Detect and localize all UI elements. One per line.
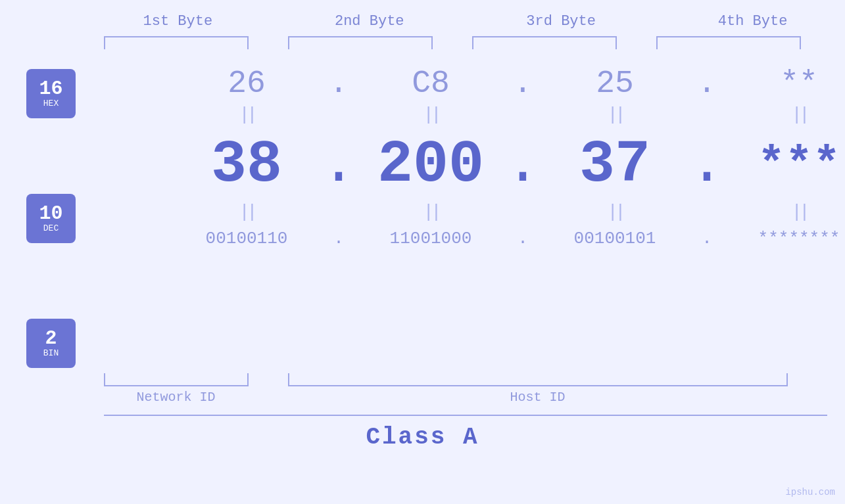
dec-b3: 37 <box>543 131 687 198</box>
equals-row-2: || || || || <box>174 202 845 222</box>
dec-badge-num: 10 <box>39 204 62 223</box>
dec-dot2: . <box>503 131 543 198</box>
dec-row: 38 . 200 . 37 . *** <box>174 131 845 198</box>
bracket-host <box>288 373 788 386</box>
bracket-byte4 <box>656 36 801 49</box>
hex-b4: ** <box>727 66 845 101</box>
bin-badge-label: BIN <box>43 348 59 358</box>
host-id-label: Host ID <box>288 390 788 405</box>
bin-b1: 00100110 <box>174 229 319 248</box>
hex-badge-label: HEX <box>43 99 59 108</box>
dec-dot1: . <box>319 131 358 198</box>
dec-b4: *** <box>727 139 845 191</box>
hex-b2: C8 <box>358 66 503 101</box>
bin-row: 00100110 . 11001000 . 00100101 . <box>174 229 845 248</box>
bracket-byte3 <box>472 36 617 49</box>
hex-b3: 25 <box>543 66 687 101</box>
hex-badge-num: 16 <box>39 79 62 99</box>
watermark: ipshu.com <box>785 487 835 497</box>
byte-headers: 1st Byte 2nd Byte 3rd Byte 4th Byte <box>104 13 827 30</box>
main-area: 16 HEX 10 DEC 2 BIN 26 . <box>0 62 845 368</box>
hex-badge: 16 HEX <box>26 69 76 118</box>
dec-b1: 38 <box>174 131 319 198</box>
bin-badge-num: 2 <box>45 329 57 348</box>
bracket-byte1 <box>104 36 249 49</box>
eq1-b1: || <box>174 104 319 125</box>
bin-b3: 00100101 <box>543 229 687 248</box>
top-brackets <box>104 36 827 49</box>
bottom-brackets <box>104 373 827 386</box>
eq1-b4: || <box>727 104 845 125</box>
equals-row-1: || || || || <box>174 104 845 125</box>
byte4-header: 4th Byte <box>681 13 825 30</box>
class-label-row: Class A <box>0 424 845 451</box>
eq2-b3: || <box>543 202 687 222</box>
eq2-b4: || <box>727 202 845 222</box>
bin-badge: 2 BIN <box>26 319 76 368</box>
base-badges: 16 HEX 10 DEC 2 BIN <box>26 62 76 368</box>
byte1-header: 1st Byte <box>105 13 250 30</box>
network-id-label: Network ID <box>104 390 249 405</box>
id-labels: Network ID Host ID <box>104 390 827 405</box>
hex-dot2: . <box>503 66 543 101</box>
byte3-header: 3rd Byte <box>489 13 633 30</box>
bin-b4: ******** <box>727 229 845 248</box>
bin-dot1: . <box>319 229 358 248</box>
class-label: Class A <box>366 424 479 451</box>
byte2-header: 2nd Byte <box>297 13 442 30</box>
bracket-network <box>104 373 249 386</box>
eq1-b3: || <box>543 104 687 125</box>
hex-row: 26 . C8 . 25 . ** <box>174 66 845 101</box>
hex-dot1: . <box>319 66 358 101</box>
dec-badge: 10 DEC <box>26 194 76 243</box>
eq2-b1: || <box>174 202 319 222</box>
bin-dot2: . <box>503 229 543 248</box>
values-area: 26 . C8 . 25 . ** <box>89 62 845 248</box>
hex-b1: 26 <box>174 66 319 101</box>
dec-b2: 200 <box>358 131 503 198</box>
bin-b2: 11001000 <box>358 229 503 248</box>
class-line <box>104 415 827 416</box>
dec-dot3: . <box>687 131 727 198</box>
eq1-b2: || <box>358 104 503 125</box>
hex-dot3: . <box>687 66 727 101</box>
main-container: 1st Byte 2nd Byte 3rd Byte 4th Byte 16 H… <box>0 0 845 504</box>
bin-dot3: . <box>687 229 727 248</box>
dec-badge-label: DEC <box>43 223 59 233</box>
eq2-b2: || <box>358 202 503 222</box>
bracket-byte2 <box>288 36 433 49</box>
